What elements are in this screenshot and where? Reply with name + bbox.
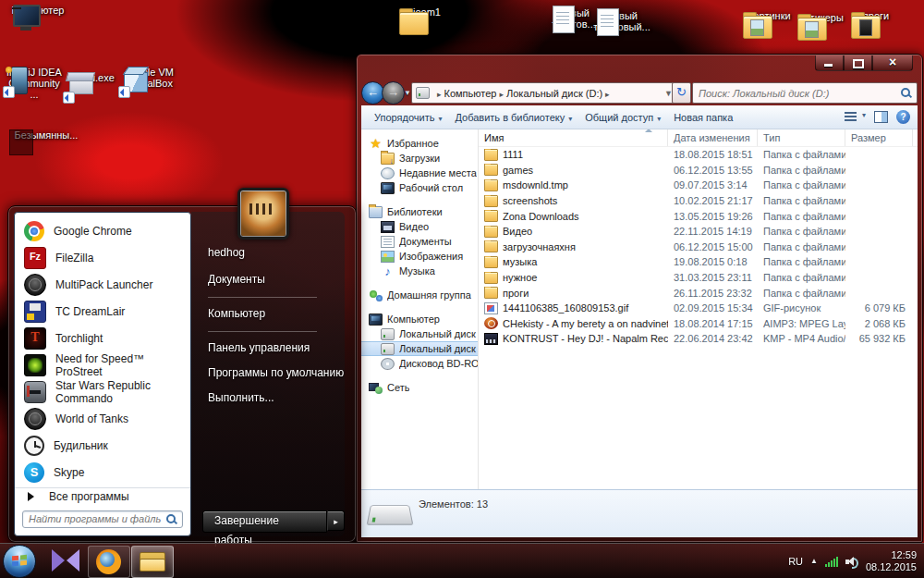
address-bar[interactable]: ▸Компьютер▸Локальный диск (D:)▸ ▼: [411, 82, 677, 104]
file-name: музыка: [479, 256, 668, 268]
table-row[interactable]: games06.12.2015 13:55Папка с файлами: [479, 163, 918, 178]
start-menu-link[interactable]: Выполнить...: [208, 390, 345, 405]
breadcrumb-item[interactable]: Компьютер: [444, 88, 497, 99]
column-header[interactable]: Размер: [845, 129, 913, 146]
nav-item[interactable]: ★Избранное: [361, 136, 478, 151]
nav-item[interactable]: Библиотеки: [361, 204, 478, 219]
shutdown-button[interactable]: Завершение работы: [202, 510, 327, 533]
table-row[interactable]: нужное31.03.2015 23:11Папка с файлами: [479, 270, 918, 286]
start-menu-program[interactable]: FileZilla: [15, 244, 190, 271]
share-button[interactable]: Общий доступ: [585, 112, 661, 123]
start-menu-link[interactable]: Панель управления: [208, 340, 345, 355]
hidden-icons-icon[interactable]: ▲: [810, 557, 818, 565]
table-row[interactable]: проги26.11.2015 23:32Папка с файлами: [479, 285, 918, 301]
search-icon[interactable]: [901, 88, 911, 98]
desktop-icon[interactable]: Компьютер: [9, 3, 67, 16]
nav-item[interactable]: Рабочий стол: [361, 180, 478, 195]
column-header[interactable]: Дата изменения: [668, 129, 758, 146]
preview-pane-button-icon[interactable]: [874, 111, 888, 123]
desktop-icon[interactable]: IntelliJ IDEA Community ...: [4, 65, 65, 100]
views-button-icon[interactable]: [845, 112, 857, 122]
maximize-button-icon[interactable]: [844, 55, 872, 71]
file-name-label: games: [503, 165, 533, 176]
desktop-icon[interactable]: joom1: [397, 5, 456, 18]
breadcrumb-arrow-icon: ▸: [499, 90, 504, 99]
table-row[interactable]: CHekisty - A my berety a on nadvinet i a…: [479, 316, 918, 332]
new-folder-button[interactable]: Новая папка: [674, 112, 733, 123]
nav-item[interactable]: Сеть: [361, 380, 478, 395]
nav-item[interactable]: Изображения: [361, 249, 478, 264]
nav-item[interactable]: Недавние места: [361, 166, 478, 180]
start-menu-program[interactable]: Torchlight: [15, 325, 190, 351]
start-menu-link[interactable]: Документы: [208, 272, 345, 287]
nav-item[interactable]: Локальный диск (C:): [361, 326, 478, 341]
table-row[interactable]: загрузочнаяхня06.12.2015 15:00Папка с фа…: [479, 240, 918, 255]
file-type: Папка с файлами: [758, 272, 845, 283]
table-row[interactable]: Видео22.11.2015 14:19Папка с файлами: [479, 224, 918, 240]
start-menu-program[interactable]: Google Chrome: [15, 217, 190, 244]
history-dropdown-icon[interactable]: ▼: [404, 89, 411, 97]
start-button-icon[interactable]: [3, 545, 36, 578]
start-menu-program[interactable]: Будильник: [15, 432, 190, 459]
nav-item[interactable]: Локальный диск (D:): [361, 341, 478, 356]
nav-item[interactable]: Компьютер: [361, 312, 478, 326]
nav-item[interactable]: Дисковод BD-ROM (: [361, 356, 478, 371]
desktop-icon[interactable]: проги: [849, 8, 903, 21]
add-library-button[interactable]: Добавить в библиотеку: [455, 112, 572, 123]
nav-item[interactable]: Домашняя группа: [361, 288, 478, 302]
nav-item[interactable]: Загрузки: [361, 151, 478, 166]
start-menu-program[interactable]: Skype: [15, 459, 190, 486]
table-row[interactable]: 1441106385_160809153.gif02.09.2015 15:34…: [479, 301, 918, 316]
column-header[interactable]: Имя: [479, 129, 668, 146]
recent-icon: [381, 167, 395, 179]
nav-item[interactable]: Видео: [361, 219, 478, 234]
program-label: Skype: [54, 466, 84, 479]
table-row[interactable]: KONTRUST - Hey DJ! - Napalm Records.mp42…: [479, 331, 918, 347]
desktop-icon[interactable]: картинки: [741, 8, 798, 21]
shutdown-options-icon[interactable]: ▸: [327, 510, 345, 531]
table-row[interactable]: msdownld.tmp09.07.2015 3:14Папка с файла…: [479, 178, 918, 193]
start-menu-links: hedhogДокументыКомпьютерПанель управлени…: [191, 212, 345, 405]
start-menu-program[interactable]: Star Wars Republic Commando: [15, 378, 190, 405]
minimize-button-icon[interactable]: [815, 55, 844, 71]
table-row[interactable]: Zona Downloads13.05.2015 19:26Папка с фа…: [479, 208, 918, 224]
start-menu-link[interactable]: Программы по умолчанию: [208, 365, 345, 380]
start-search-input[interactable]: [23, 513, 166, 524]
table-row[interactable]: 111118.08.2015 18:51Папка с файлами: [479, 147, 918, 163]
explorer-taskbar-button[interactable]: [131, 546, 174, 578]
help-button-icon[interactable]: [896, 110, 910, 124]
column-header[interactable]: Тип: [758, 129, 845, 146]
desktop-icon[interactable]: x3mu.exe: [64, 70, 121, 83]
nav-item-label: Сеть: [387, 382, 409, 393]
volume-icon[interactable]: [845, 556, 858, 567]
refresh-button-icon[interactable]: ↻: [672, 82, 691, 104]
start-menu-program[interactable]: TC DreamLair: [15, 298, 190, 325]
desktop-icon[interactable]: Новый текстовый...: [591, 8, 652, 32]
desktop-icon: [381, 182, 395, 194]
nav-item[interactable]: Документы: [361, 234, 478, 249]
start-menu-link[interactable]: Компьютер: [208, 306, 345, 321]
search-icon[interactable]: [166, 514, 176, 524]
table-row[interactable]: музыка19.08.2015 0:18Папка с файлами: [479, 254, 918, 270]
start-menu-program[interactable]: Need for Speed™ ProStreet: [15, 351, 190, 378]
user-avatar[interactable]: [237, 188, 289, 240]
language-indicator[interactable]: RU: [788, 556, 803, 567]
forward-button-icon[interactable]: →: [382, 81, 405, 105]
start-menu-program[interactable]: MultiPack Launcher: [15, 271, 190, 298]
file-size: 6 079 КБ: [845, 302, 913, 314]
clock[interactable]: 12:59 08.12.2015: [866, 549, 917, 573]
breadcrumb-item[interactable]: Локальный диск (D:): [506, 88, 602, 99]
nav-item[interactable]: ♪Музыка: [361, 264, 478, 278]
start-menu-program[interactable]: World of Tanks: [15, 405, 190, 432]
kmplayer-taskbar-icon[interactable]: [52, 549, 79, 572]
explorer-search-input[interactable]: [693, 88, 901, 99]
all-programs-button[interactable]: Все программы: [15, 487, 190, 506]
desktop-icon[interactable]: Oracle VM VirtualBox: [119, 65, 180, 89]
firefox-taskbar-button[interactable]: [88, 546, 130, 578]
network-icon[interactable]: [825, 556, 838, 567]
desktop-icon[interactable]: Безымянны...: [2, 128, 91, 141]
organize-button[interactable]: Упорядочить: [374, 112, 442, 123]
table-row[interactable]: screenshots10.02.2015 21:17Папка с файла…: [479, 193, 918, 209]
close-button-icon[interactable]: [872, 55, 913, 71]
desktop-icon[interactable]: стикеры: [796, 10, 853, 23]
